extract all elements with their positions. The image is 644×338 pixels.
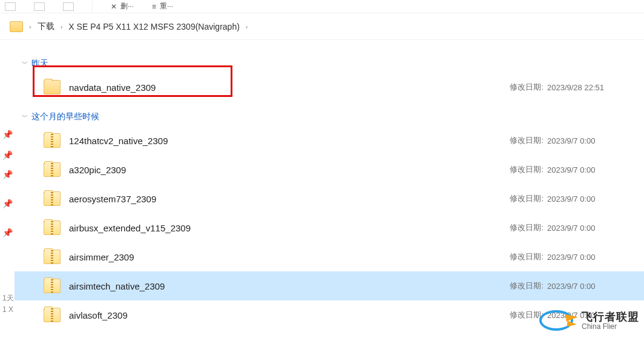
group-label: 这个月的早些时候	[31, 111, 99, 122]
file-list: ﹀ 昨天 navdata_native_2309修改日期:2023/9/28 2…	[15, 41, 644, 338]
chevron-down-icon: ﹀	[22, 59, 28, 68]
chevron-right-icon: ›	[61, 23, 63, 30]
group-label: 昨天	[31, 58, 48, 69]
toolbar-btn-delete[interactable]: ✕删···	[111, 1, 134, 12]
file-row[interactable]: airsimmer_2309修改日期:2023/9/7 0:00	[15, 242, 644, 271]
watermark-en: China Flier	[582, 323, 639, 331]
file-row[interactable]: navdata_native_2309修改日期:2023/9/28 22:51	[15, 73, 644, 102]
breadcrumb-item[interactable]: X SE P4 P5 X11 X12 MSFS 2309(Navigraph)	[68, 22, 239, 31]
file-row[interactable]: aerosystem737_2309修改日期:2023/9/7 0:00	[15, 184, 644, 213]
toolbar-sep	[92, 1, 93, 12]
modified-label: 修改日期:	[510, 251, 544, 262]
watermark-logo: 飞行者联盟 China Flier	[538, 308, 639, 334]
status-text: 1天	[0, 293, 16, 305]
flier-logo-icon	[538, 308, 577, 334]
zip-folder-icon	[44, 250, 61, 264]
file-name: a320pic_2309	[69, 165, 510, 175]
status-text: 1 X	[0, 305, 16, 317]
modified-date: 2023/9/7 0:00	[547, 136, 644, 145]
file-name: aivlasoft_2309	[69, 310, 510, 320]
modified-date: 2023/9/7 0:00	[547, 282, 644, 291]
toolbar-btn-1[interactable]	[5, 2, 16, 11]
file-name: 124thatcv2_native_2309	[69, 136, 510, 146]
file-name: aerosystem737_2309	[69, 194, 510, 204]
pin-icon[interactable]: 📌	[2, 150, 13, 160]
modified-date: 2023/9/7 0:00	[547, 224, 644, 233]
pin-icon[interactable]: 📌	[2, 130, 13, 139]
zip-folder-icon	[44, 162, 61, 177]
toolbar-btn-label: 删···	[120, 1, 134, 12]
group-header-yesterday[interactable]: ﹀ 昨天	[22, 58, 644, 69]
modified-label: 修改日期:	[510, 280, 544, 291]
modified-date: 2023/9/7 0:00	[547, 253, 644, 262]
folder-icon	[10, 21, 23, 32]
file-name: airsimtech_native_2309	[69, 281, 510, 291]
modified-label: 修改日期:	[510, 82, 544, 93]
top-toolbar: ✕删··· ≡重···	[0, 0, 644, 13]
toolbar-btn-rename[interactable]: ≡重···	[152, 1, 173, 12]
breadcrumb-item[interactable]: 下载	[38, 21, 54, 32]
pin-icon[interactable]: 📌	[2, 199, 13, 208]
toolbar-btn-2[interactable]	[34, 2, 45, 11]
zip-folder-icon	[44, 220, 61, 235]
breadcrumb[interactable]: › 下载 › X SE P4 P5 X11 X12 MSFS 2309(Navi…	[0, 13, 644, 40]
chevron-down-icon: ﹀	[22, 113, 28, 121]
pin-icon[interactable]: 📌	[2, 170, 13, 179]
modified-label: 修改日期:	[510, 222, 544, 233]
zip-folder-icon	[44, 191, 61, 206]
modified-label: 修改日期:	[510, 193, 544, 204]
zip-folder-icon	[44, 279, 61, 293]
file-row[interactable]: airsimtech_native_2309修改日期:2023/9/7 0:00	[15, 271, 644, 300]
chevron-right-icon: ›	[29, 23, 31, 30]
file-name: airsimmer_2309	[69, 252, 510, 262]
zip-folder-icon	[44, 308, 61, 322]
modified-date: 2023/9/7 0:00	[547, 194, 644, 204]
pin-icon[interactable]: 📌	[2, 228, 13, 237]
file-row[interactable]: a320pic_2309修改日期:2023/9/7 0:00	[15, 155, 644, 184]
file-name: airbusx_extended_v115_2309	[69, 223, 510, 233]
file-row[interactable]: 124thatcv2_native_2309修改日期:2023/9/7 0:00	[15, 126, 644, 155]
modified-label: 修改日期:	[510, 135, 544, 146]
modified-date: 2023/9/28 22:51	[547, 83, 644, 92]
modified-date: 2023/9/7 0:00	[547, 165, 644, 174]
zip-folder-icon	[44, 133, 61, 148]
toolbar-btn-3[interactable]	[63, 2, 74, 11]
toolbar-btn-label: 重···	[160, 1, 173, 12]
file-name: navdata_native_2309	[69, 82, 510, 93]
group-header-earlier-month[interactable]: ﹀ 这个月的早些时候	[22, 111, 644, 122]
folder-icon	[44, 80, 61, 94]
file-row[interactable]: airbusx_extended_v115_2309修改日期:2023/9/7 …	[15, 213, 644, 242]
watermark-cn: 飞行者联盟	[582, 311, 639, 323]
chevron-right-icon: ›	[246, 23, 248, 30]
modified-label: 修改日期:	[510, 164, 544, 175]
status-bar: 1天 1 X	[0, 293, 16, 317]
